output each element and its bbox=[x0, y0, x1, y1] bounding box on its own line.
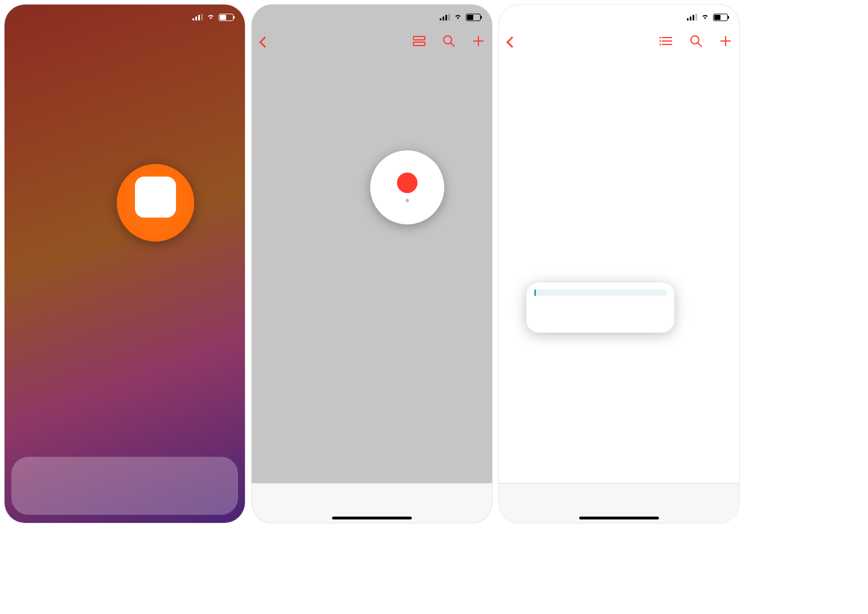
list-view-icon[interactable] bbox=[660, 34, 673, 50]
battery-icon bbox=[466, 14, 481, 21]
svg-point-2 bbox=[444, 36, 452, 44]
highlight-calendar-app[interactable] bbox=[117, 164, 194, 241]
status-bar bbox=[5, 5, 245, 30]
cellular-icon bbox=[440, 14, 450, 21]
event-dot-icon bbox=[406, 199, 409, 202]
svg-point-12 bbox=[691, 36, 699, 44]
home-app-grid bbox=[5, 39, 245, 44]
home-indicator[interactable] bbox=[579, 517, 659, 519]
home-dock bbox=[11, 457, 238, 515]
screenshot-calendar-month bbox=[252, 5, 492, 523]
search-icon[interactable] bbox=[442, 34, 456, 50]
back-to-year-button[interactable] bbox=[259, 36, 269, 48]
svg-line-13 bbox=[698, 43, 702, 47]
cellular-icon bbox=[193, 14, 203, 21]
calendar-navbar bbox=[499, 30, 739, 55]
svg-point-10 bbox=[660, 40, 661, 42]
cellular-icon bbox=[687, 14, 697, 21]
wifi-icon bbox=[701, 12, 710, 22]
view-mode-icon[interactable] bbox=[412, 34, 426, 50]
svg-point-11 bbox=[660, 44, 661, 46]
highlight-event[interactable] bbox=[526, 283, 674, 333]
battery-icon bbox=[219, 14, 234, 21]
svg-point-9 bbox=[660, 37, 661, 39]
add-event-icon[interactable] bbox=[472, 34, 485, 50]
battery-icon bbox=[713, 14, 728, 21]
wifi-icon bbox=[206, 12, 215, 22]
add-event-icon[interactable] bbox=[719, 34, 732, 50]
back-to-month-button[interactable] bbox=[506, 36, 516, 48]
months-container[interactable] bbox=[252, 64, 492, 483]
search-icon[interactable] bbox=[689, 34, 703, 50]
wifi-icon bbox=[453, 12, 462, 22]
highlight-day-number bbox=[397, 173, 417, 193]
screenshot-calendar-day bbox=[499, 5, 739, 523]
svg-line-3 bbox=[451, 43, 455, 47]
svg-rect-0 bbox=[413, 36, 425, 40]
screenshot-home bbox=[5, 5, 245, 523]
status-bar bbox=[252, 5, 492, 30]
svg-rect-1 bbox=[413, 42, 425, 46]
highlight-today-cell[interactable] bbox=[370, 150, 444, 224]
week-strip bbox=[499, 56, 739, 64]
home-indicator[interactable] bbox=[332, 517, 412, 519]
status-bar bbox=[499, 5, 739, 30]
calendar-navbar bbox=[252, 30, 492, 55]
